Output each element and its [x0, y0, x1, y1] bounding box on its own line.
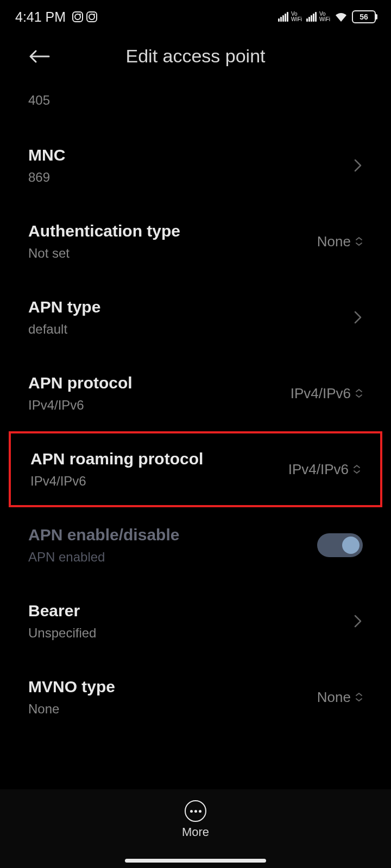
battery-indicator: 56	[352, 10, 376, 23]
instagram-icon	[86, 11, 97, 22]
bearer-value: Unspecified	[28, 626, 353, 641]
apn-enable-label: APN enable/disable	[28, 526, 317, 544]
signal-1: VoWiFi	[278, 11, 302, 22]
more-label: More	[182, 825, 209, 839]
setting-row-mvno-type[interactable]: MVNO type None None	[0, 659, 391, 735]
wifi-icon	[335, 12, 348, 22]
apn-protocol-label: APN protocol	[28, 374, 291, 392]
bearer-label: Bearer	[28, 602, 353, 620]
status-time: 4:41 PM	[15, 9, 66, 25]
apn-roaming-label: APN roaming protocol	[30, 450, 288, 468]
updown-icon	[355, 692, 363, 702]
back-arrow-icon[interactable]	[28, 49, 50, 64]
setting-row-mcc[interactable]: 405	[0, 84, 391, 127]
setting-row-apn-enable: APN enable/disable APN enabled	[0, 507, 391, 583]
more-icon	[185, 800, 206, 822]
updown-icon	[353, 464, 361, 474]
more-button[interactable]: More	[182, 800, 209, 839]
setting-row-apn-type[interactable]: APN type default	[0, 279, 391, 355]
setting-row-apn-roaming[interactable]: APN roaming protocol IPv4/IPv6 IPv4/IPv6	[9, 431, 382, 507]
mvno-type-selected: None	[317, 689, 351, 706]
chevron-right-icon	[353, 614, 363, 629]
home-indicator[interactable]	[125, 859, 266, 863]
status-left: 4:41 PM	[15, 9, 97, 25]
setting-row-apn-protocol[interactable]: APN protocol IPv4/IPv6 IPv4/IPv6	[0, 355, 391, 431]
apn-protocol-value: IPv4/IPv6	[28, 398, 291, 413]
auth-type-label: Authentication type	[28, 222, 317, 240]
apn-enable-value: APN enabled	[28, 550, 317, 565]
updown-icon	[355, 388, 363, 398]
mnc-value: 869	[28, 170, 353, 185]
header: Edit access point	[0, 33, 391, 84]
vowifi-icon: VoWiFi	[291, 11, 302, 22]
setting-row-auth-type[interactable]: Authentication type Not set None	[0, 203, 391, 279]
page-title: Edit access point	[28, 46, 363, 67]
setting-row-bearer[interactable]: Bearer Unspecified	[0, 583, 391, 659]
mcc-value: 405	[28, 93, 363, 108]
apn-type-label: APN type	[28, 298, 353, 316]
chevron-right-icon	[353, 158, 363, 173]
mvno-type-label: MVNO type	[28, 678, 317, 696]
apn-enable-toggle	[317, 533, 363, 557]
auth-type-value: Not set	[28, 246, 317, 261]
status-bar: 4:41 PM VoWiFi VoWiFi	[0, 0, 391, 33]
vowifi-icon: VoWiFi	[319, 11, 330, 22]
settings-list: 405 MNC 869 Authentication type Not set …	[0, 84, 391, 735]
bottom-nav: More	[0, 789, 391, 868]
notification-icons	[72, 11, 97, 22]
signal-2: VoWiFi	[306, 11, 330, 22]
setting-row-mnc[interactable]: MNC 869	[0, 127, 391, 203]
apn-roaming-value: IPv4/IPv6	[30, 474, 288, 489]
updown-icon	[355, 237, 363, 246]
instagram-icon	[72, 11, 83, 22]
chevron-right-icon	[353, 310, 363, 325]
auth-type-selected: None	[317, 233, 351, 250]
apn-protocol-selected: IPv4/IPv6	[291, 385, 351, 402]
status-right: VoWiFi VoWiFi 56	[278, 10, 376, 23]
apn-roaming-selected: IPv4/IPv6	[288, 461, 349, 478]
apn-type-value: default	[28, 322, 353, 337]
mvno-type-value: None	[28, 701, 317, 717]
mnc-label: MNC	[28, 146, 353, 164]
